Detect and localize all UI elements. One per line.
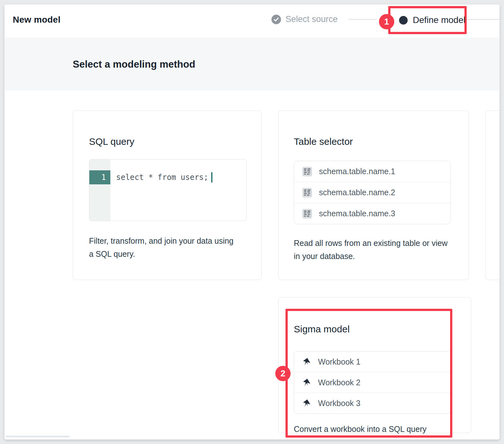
editor-gutter xyxy=(89,159,110,221)
sigma-workbook-list: Workbook 1 Workbook 2 Workbook 3 xyxy=(294,351,451,414)
sigma-bird-icon xyxy=(302,358,311,366)
section-heading: Select a modeling method xyxy=(73,59,195,70)
sql-query-card-title: SQL query xyxy=(89,136,134,147)
table-list-item[interactable]: schema.table.name.1 xyxy=(294,161,450,182)
table-selector-description: Read all rows from an existing table or … xyxy=(294,237,453,263)
table-list-item[interactable]: schema.table.name.3 xyxy=(294,203,450,224)
table-item-label: schema.table.name.1 xyxy=(319,167,395,176)
text-cursor xyxy=(211,172,212,182)
table-icon xyxy=(302,167,312,176)
new-model-page: New model Select source Define model 1 S… xyxy=(4,4,500,440)
workbook-item-label: Workbook 1 xyxy=(318,357,360,366)
horizontal-scrollbar-thumb[interactable] xyxy=(6,436,70,437)
page-title: New model xyxy=(13,15,61,25)
header-bar: New model Select source Define model 1 xyxy=(4,4,500,38)
sigma-model-description: Convert a workbook into a SQL query xyxy=(294,423,460,436)
sigma-bird-icon xyxy=(302,399,311,408)
annotation-badge-2: 2 xyxy=(275,366,291,381)
current-step-dot-icon xyxy=(399,16,408,25)
card-partial-right[interactable] xyxy=(485,110,500,280)
annotation-box-define-model: Define model xyxy=(388,6,467,34)
stepper-connector-line-right xyxy=(467,19,500,20)
editor-active-line: 1 select * from users; xyxy=(89,170,246,184)
code-line: select * from users; xyxy=(116,170,212,184)
line-number-cell: 1 xyxy=(89,170,110,184)
stepper-label-define-model[interactable]: Define model xyxy=(413,15,465,25)
workbook-list-item[interactable]: Workbook 3 xyxy=(294,393,450,413)
table-item-label: schema.table.name.2 xyxy=(319,188,395,197)
card-sigma-model[interactable]: Sigma model Workbook 1 Workbook 2 Workbo… xyxy=(278,297,471,433)
workbook-list-item[interactable]: Workbook 1 xyxy=(294,352,450,372)
workbook-item-label: Workbook 2 xyxy=(318,378,360,387)
sql-query-description: Filter, transform, and join your data us… xyxy=(89,234,239,261)
card-sql-query[interactable]: SQL query 1 select * from users; Filter,… xyxy=(73,110,262,280)
table-icon xyxy=(302,209,312,218)
table-list-item[interactable]: schema.table.name.2 xyxy=(294,182,450,203)
card-table-selector[interactable]: Table selector schema.table.name.1 xyxy=(278,110,469,280)
stepper-label-select-source: Select source xyxy=(285,14,338,24)
table-item-label: schema.table.name.3 xyxy=(319,209,395,218)
check-circle-icon xyxy=(271,15,281,24)
workbook-item-label: Workbook 3 xyxy=(318,399,360,408)
code-text: select * from users; xyxy=(116,173,208,182)
stepper-connector-line xyxy=(349,19,377,20)
workbook-list-item[interactable]: Workbook 2 xyxy=(294,372,450,393)
stepper-item-select-source[interactable]: Select source xyxy=(271,14,338,24)
annotation-badge-1: 1 xyxy=(379,14,394,29)
table-list: schema.table.name.1 schema.table.name.2 xyxy=(294,161,451,224)
sql-code-editor[interactable]: 1 select * from users; xyxy=(89,159,247,221)
sigma-bird-icon xyxy=(302,378,311,387)
table-icon xyxy=(302,188,312,197)
sigma-model-card-title: Sigma model xyxy=(294,324,350,335)
table-selector-card-title: Table selector xyxy=(294,136,353,147)
